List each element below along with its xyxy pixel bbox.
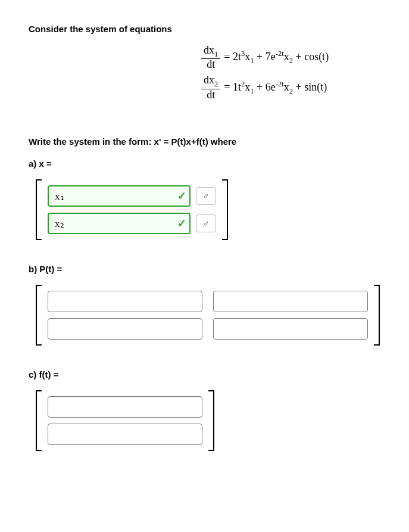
part-a-label: a) x =	[29, 158, 380, 169]
part-c-input-1[interactable]	[48, 396, 202, 418]
part-b-input-22[interactable]	[213, 318, 368, 340]
part-c-label: c) f(t) =	[29, 369, 380, 379]
part-c-matrix	[36, 390, 380, 451]
part-a-input-1[interactable]	[48, 185, 191, 207]
form-instruction: Write the system in the form: x' = P(t)x…	[29, 136, 380, 147]
preview-button[interactable]: ♂	[196, 214, 216, 232]
question-prompt: Consider the system of equations	[29, 24, 380, 34]
preview-icon: ♂	[203, 219, 210, 228]
equation-row-2: dx2 dt = 1t2x1 + 6e-2tx2 + sin(t)	[201, 74, 380, 101]
part-c-input-2[interactable]	[48, 424, 202, 445]
preview-icon: ♂	[203, 191, 210, 201]
part-a-input-2[interactable]	[48, 213, 191, 234]
part-b-input-11[interactable]	[48, 291, 202, 312]
part-b-matrix	[36, 285, 380, 346]
part-a-matrix: ✓ ♂ ✓ ♂	[36, 179, 380, 240]
equation-row-1: dx1 dt = 2t3x1 + 7e-2tx2 + cos(t)	[201, 45, 380, 71]
equation-block: dx1 dt = 2t3x1 + 7e-2tx2 + cos(t) dx2 dt…	[201, 45, 380, 101]
preview-button[interactable]: ♂	[196, 187, 216, 205]
part-b-input-21[interactable]	[48, 318, 202, 340]
part-b-label: b) P(t) =	[29, 264, 380, 274]
part-b-input-12[interactable]	[213, 291, 368, 312]
